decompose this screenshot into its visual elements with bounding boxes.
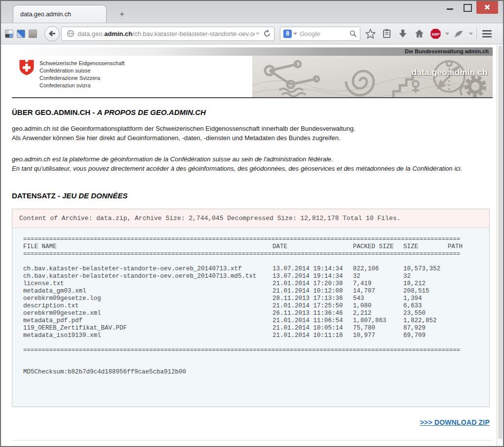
table-header-row: FILE NAME DATE PACKED SIZE SIZE PATH <box>23 243 463 251</box>
plugin-button[interactable] <box>453 27 465 40</box>
col-date: DATE <box>272 243 353 251</box>
table-row: oerebkrm09gesetze.xml26.11.2013 11:36:46… <box>23 310 463 317</box>
downloads-button[interactable] <box>396 27 409 40</box>
logo-line-fr: Confédération suisse <box>39 67 124 74</box>
new-tab-button[interactable]: + <box>116 9 128 20</box>
search-icon[interactable] <box>349 30 357 37</box>
url-text: data.geo.admin.ch/ch.bav.kataster-belast… <box>78 30 255 37</box>
confederation-names: Schweizerische Eidgenossenschaft Confédé… <box>39 59 124 89</box>
back-button[interactable] <box>44 26 60 41</box>
swiss-shield-icon <box>19 59 35 76</box>
window-controls <box>441 1 498 14</box>
search-bar[interactable]: 8 <box>280 27 360 41</box>
file-listing: ========================================… <box>12 228 489 407</box>
tab-bar: data.geo.admin.ch + <box>1 1 503 23</box>
home-button[interactable] <box>413 27 426 40</box>
extension-icon-2[interactable] <box>17 30 25 38</box>
col-path: PATH <box>445 243 463 251</box>
table-row: oerebkrm09gesetze.log28.11.2013 17:13:36… <box>23 295 463 302</box>
tab-title: data.geo.admin.ch <box>20 11 71 18</box>
about-fr-line1: geo.admin.ch est la plateforme de géoinf… <box>12 154 493 164</box>
page-content: Die Bundesverwaltung admin.ch Schweizeri… <box>1 44 497 446</box>
banner-row: Schweizerische Eidgenossenschaft Confédé… <box>12 56 493 97</box>
logo-line-rm: Confederaziun svizra <box>39 82 124 89</box>
star-icon <box>365 29 376 39</box>
navigation-toolbar: data.geo.admin.ch/ch.bav.kataster-belast… <box>1 23 503 44</box>
site-header: Die Bundesverwaltung admin.ch Schweizeri… <box>12 47 493 98</box>
menu-button[interactable] <box>480 27 493 40</box>
plugin-icon <box>454 29 465 38</box>
banner-image: data.geo.admin.ch <box>252 56 493 97</box>
table-row: metadata_gm03.xml21.01.2014 10:12:0814,7… <box>23 288 463 295</box>
back-arrow-icon <box>48 29 57 38</box>
google-icon[interactable]: 8 <box>283 30 292 38</box>
file-table-body: ch.bav.kataster-belasteter-standorte-oev… <box>23 265 489 339</box>
search-input[interactable] <box>300 30 349 37</box>
table-row: metadata_iso19139.xml21.01.2014 10:11:18… <box>23 332 463 339</box>
about-paragraph-de: geo.admin.ch ist die Geoinformationsplat… <box>12 124 493 143</box>
toolbar-divider <box>476 28 477 39</box>
clipboard-icon <box>382 29 391 38</box>
separator-line: ========================================… <box>23 347 463 354</box>
footer-divider <box>12 440 493 441</box>
download-zip-link[interactable]: >>> DOWNLOAD ZIP <box>420 418 490 426</box>
table-row: license.txt21.01.2014 17:20:387,41918,21… <box>23 280 463 288</box>
col-packed-size: PACKED SIZE <box>353 243 403 251</box>
archive-summary: Content of Archive: data.zip, Archive Si… <box>12 209 489 228</box>
about-de-line2: Als Anwender können Sie hier direkt auf … <box>12 133 493 143</box>
home-icon <box>414 29 425 38</box>
adblock-dropdown-icon[interactable] <box>445 33 449 35</box>
download-row: >>> DOWNLOAD ZIP <box>12 418 490 427</box>
bookmarks-menu-button[interactable] <box>380 27 393 40</box>
extension-icon-1[interactable] <box>5 30 13 38</box>
col-size: SIZE <box>403 243 445 251</box>
separator-line: ========================================… <box>23 251 463 258</box>
extension-icon-3[interactable] <box>29 30 37 38</box>
table-row: metadata_pdf.pdf21.01.2014 11:06:541,807… <box>23 317 463 325</box>
about-de-line1: geo.admin.ch ist die Geoinformationsplat… <box>12 124 493 133</box>
bookmark-star-button[interactable] <box>364 27 377 40</box>
browser-window: data.geo.admin.ch + data.geo.admin.ch/c <box>0 0 504 447</box>
logo-line-it: Confederazione Svizzera <box>39 74 124 82</box>
col-file-name: FILE NAME <box>23 243 272 251</box>
scrollbar-thumb[interactable] <box>498 45 503 439</box>
table-row: description.txt21.01.2014 17:25:501,0806… <box>23 302 463 310</box>
admin-bar[interactable]: Die Bundesverwaltung admin.ch <box>12 47 493 56</box>
reload-icon[interactable] <box>263 30 271 37</box>
close-button[interactable] <box>476 1 498 14</box>
confederation-logo[interactable]: Schweizerische Eidgenossenschaft Confédé… <box>19 59 124 89</box>
adblock-button[interactable]: ABP <box>429 27 442 40</box>
plugin-dropdown-icon[interactable] <box>469 33 473 35</box>
adblock-label: ABP <box>431 32 439 36</box>
logo-line-de: Schweizerische Eidgenossenschaft <box>39 60 124 67</box>
search-engine-dropdown-icon[interactable] <box>293 33 297 35</box>
about-fr-line2: En tant qu'utilisateur, vous pouvez dire… <box>12 164 493 173</box>
dataset-title: DATENSATZ - JEU DE DONNÉES <box>12 191 493 200</box>
vertical-scrollbar[interactable] <box>497 44 503 446</box>
globe-icon <box>67 30 75 37</box>
active-tab[interactable]: data.geo.admin.ch <box>13 5 107 23</box>
archive-box: Content of Archive: data.zip, Archive Si… <box>12 209 490 407</box>
page-viewport: Die Bundesverwaltung admin.ch Schweizeri… <box>1 44 503 446</box>
site-brand: data.geo.admin.ch <box>412 68 488 77</box>
maximize-button[interactable] <box>460 1 474 13</box>
download-arrow-icon <box>398 29 408 38</box>
table-row: ch.bav.kataster-belasteter-standorte-oev… <box>23 265 463 273</box>
minimize-button[interactable] <box>443 1 458 13</box>
table-row: ch.bav.kataster-belasteter-standorte-oev… <box>23 273 463 280</box>
about-title: ÜBER GEO.ADMIN.CH - A PROPOS DE GEO.ADMI… <box>12 108 493 116</box>
url-dropdown-icon[interactable] <box>255 31 261 37</box>
table-row: 119_OEREB_Zertifikat_BAV.PDF21.01.2014 1… <box>23 325 463 332</box>
about-paragraph-fr: geo.admin.ch est la plateforme de géoinf… <box>12 154 493 173</box>
separator-line: ========================================… <box>23 236 463 243</box>
md5-checksum: MD5Checksum:b82b7d9c4d188956ff9cae5cba91… <box>23 369 489 376</box>
url-bar[interactable]: data.geo.admin.ch/ch.bav.kataster-belast… <box>61 27 274 41</box>
adblock-icon: ABP <box>430 28 441 39</box>
